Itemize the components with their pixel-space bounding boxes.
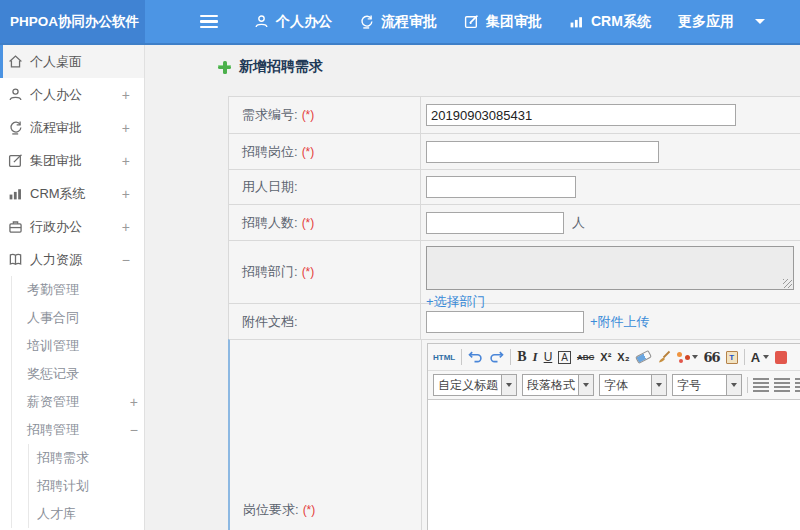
editor-content-area[interactable] — [428, 400, 800, 530]
highlight-color-button[interactable] — [775, 351, 787, 364]
bar-chart-icon — [8, 186, 23, 201]
paragraph-format-select[interactable]: 段落格式 — [522, 374, 594, 396]
department-textarea[interactable] — [426, 246, 794, 290]
unit-label: 人 — [572, 214, 585, 232]
field-label: 招聘岗位: — [242, 143, 298, 161]
caret-down-icon[interactable] — [578, 375, 593, 395]
expand-plus-icon[interactable]: + — [122, 186, 130, 202]
nav-group-approval[interactable]: 集团审批 — [464, 13, 542, 31]
field-label: 岗位要求: — [243, 501, 299, 519]
font-size-select[interactable]: 字号 — [672, 374, 742, 396]
form-row-date: 用人日期: — [229, 169, 800, 204]
sidebar-item-recruitment[interactable]: 招聘管理 − — [12, 416, 144, 444]
nav-workflow-approval[interactable]: 流程审批 — [359, 13, 437, 31]
bold-button[interactable]: B — [517, 349, 526, 365]
sidebar-item-rewards[interactable]: 奖惩记录 — [12, 360, 144, 388]
expand-plus-icon[interactable]: + — [122, 219, 130, 235]
format-brush-icon[interactable] — [657, 350, 671, 364]
caret-down-icon — [692, 355, 698, 359]
undo-icon[interactable] — [468, 351, 483, 364]
italic-button[interactable]: I — [533, 349, 538, 365]
hire-date-input[interactable] — [426, 176, 576, 198]
heading-select[interactable]: 自定义标题 — [433, 374, 517, 396]
briefcase-icon — [8, 219, 23, 234]
font-family-select[interactable]: 字体 — [599, 374, 667, 396]
sidebar-item-talent-pool[interactable]: 人才库 — [29, 500, 144, 528]
top-bar: PHPOA协同办公软件 个人办公 流程审批 集团审批 CRM系统 更多应用 — [0, 0, 800, 45]
align-right-icon[interactable] — [795, 378, 800, 392]
sidebar-item-recruit-demand[interactable]: 招聘需求 — [29, 444, 144, 472]
position-input[interactable] — [426, 141, 659, 163]
sidebar-item-crm-system[interactable]: CRM系统 + — [0, 177, 144, 210]
editor-toolbar-row1: HTML B I U A ABC X² X₂ — [428, 344, 800, 371]
hamburger-menu-icon[interactable] — [200, 15, 218, 29]
book-icon — [8, 252, 23, 267]
blockquote-button[interactable]: 66 — [704, 350, 720, 365]
form-row-demand-no: 需求编号:(*) — [229, 97, 800, 133]
text-color-palette-button[interactable] — [677, 351, 698, 363]
sidebar-item-personal-office[interactable]: 个人办公 + — [0, 78, 144, 111]
user-icon — [8, 87, 23, 102]
caret-down-icon[interactable] — [651, 375, 666, 395]
refresh-icon — [359, 14, 374, 29]
plus-icon — [218, 61, 231, 74]
sidebar-item-workflow-approval[interactable]: 流程审批 + — [0, 111, 144, 144]
redo-icon[interactable] — [489, 351, 504, 364]
paste-format-button[interactable]: T — [726, 351, 738, 364]
sidebar-item-hr-contract[interactable]: 人事合同 — [12, 304, 144, 332]
subscript-button[interactable]: X₂ — [617, 351, 629, 363]
font-style-button[interactable]: A — [558, 351, 571, 364]
form-row-headcount: 招聘人数:(*) 人 — [229, 204, 800, 240]
superscript-button[interactable]: X² — [600, 351, 611, 363]
user-icon — [254, 14, 269, 29]
attachment-upload-link[interactable]: +附件上传 — [590, 313, 650, 331]
expand-plus-icon[interactable]: + — [130, 394, 138, 410]
recruit-demand-form: 需求编号:(*) 招聘岗位:(*) 用人日期: 招聘人数:(*) 人 招聘部门:… — [228, 96, 800, 530]
demand-no-input[interactable] — [426, 104, 736, 126]
toolbar-separator — [744, 349, 745, 365]
strikethrough-button[interactable]: ABC — [577, 353, 594, 362]
field-label: 需求编号: — [242, 106, 298, 124]
sidebar-item-training[interactable]: 培训管理 — [12, 332, 144, 360]
sidebar-item-human-resources[interactable]: 人力资源 − — [0, 243, 144, 276]
caret-down-icon[interactable] — [501, 375, 516, 395]
home-icon — [8, 54, 23, 69]
attachment-input[interactable] — [426, 311, 584, 333]
toolbar-separator — [461, 349, 462, 365]
toolbar-separator — [510, 349, 511, 365]
edit-icon — [8, 153, 23, 168]
form-row-position: 招聘岗位:(*) — [229, 133, 800, 169]
sidebar-item-salary[interactable]: 薪资管理 + — [12, 388, 144, 416]
underline-button[interactable]: U — [544, 350, 553, 364]
headcount-input[interactable] — [426, 212, 564, 234]
field-label: 附件文档: — [242, 313, 298, 331]
top-nav: 个人办公 流程审批 集团审批 CRM系统 更多应用 — [254, 13, 765, 31]
caret-down-icon[interactable] — [726, 375, 741, 395]
sidebar-item-personal-desktop[interactable]: 个人桌面 — [0, 45, 144, 78]
align-center-icon[interactable] — [774, 378, 790, 392]
html-source-button[interactable]: HTML — [433, 353, 455, 362]
form-row-attachment: 附件文档: +附件上传 — [229, 303, 800, 339]
bar-chart-icon — [569, 14, 584, 29]
sidebar-item-attendance[interactable]: 考勤管理 — [12, 276, 144, 304]
collapse-minus-icon[interactable]: − — [122, 252, 130, 268]
refresh-icon — [8, 120, 23, 135]
eraser-icon[interactable] — [636, 353, 651, 361]
nav-personal-office[interactable]: 个人办公 — [254, 13, 332, 31]
main-content: 新增招聘需求 需求编号:(*) 招聘岗位:(*) 用人日期: 招聘人数:(*) … — [145, 45, 800, 530]
nav-crm-system[interactable]: CRM系统 — [569, 13, 651, 31]
expand-plus-icon[interactable]: + — [122, 120, 130, 136]
font-color-button[interactable]: A — [751, 350, 769, 365]
expand-plus-icon[interactable]: + — [122, 153, 130, 169]
sidebar-item-admin-office[interactable]: 行政办公 + — [0, 210, 144, 243]
nav-more-apps[interactable]: 更多应用 — [678, 13, 765, 31]
edit-icon — [464, 14, 479, 29]
expand-plus-icon[interactable]: + — [122, 87, 130, 103]
resize-grip-icon[interactable] — [783, 279, 792, 288]
sidebar-item-group-approval[interactable]: 集团审批 + — [0, 144, 144, 177]
collapse-minus-icon[interactable]: − — [130, 422, 138, 438]
align-left-icon[interactable] — [753, 378, 769, 392]
required-mark: (*) — [302, 265, 315, 279]
sidebar-item-recruit-plan[interactable]: 招聘计划 — [29, 472, 144, 500]
hr-submenu: 考勤管理 人事合同 培训管理 奖惩记录 薪资管理 + 招聘管理 − 招聘需求 招… — [11, 276, 144, 528]
